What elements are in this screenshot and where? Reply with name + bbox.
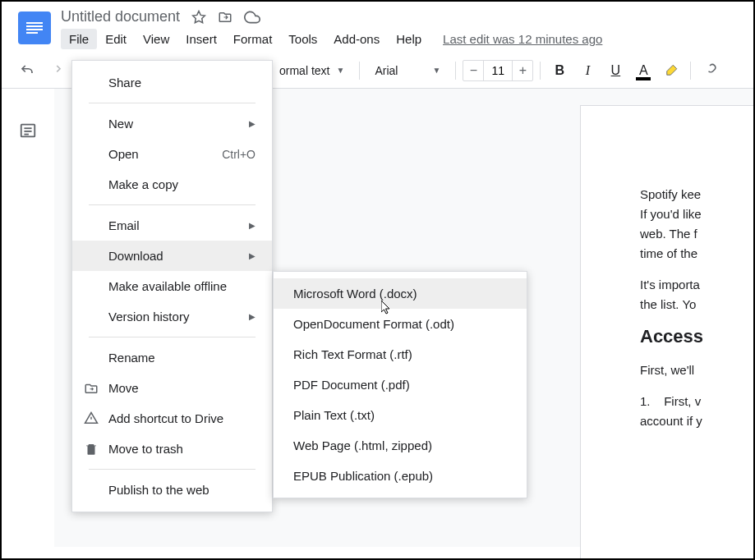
move-folder-icon[interactable] [218, 10, 232, 25]
menu-addons[interactable]: Add-ons [325, 29, 388, 49]
move-icon [84, 381, 99, 396]
outline-icon[interactable] [19, 122, 37, 547]
download-odt[interactable]: OpenDocument Format (.odt) [274, 309, 527, 339]
paragraph: Spotify keeIf you'd likeweb. The ftime o… [640, 185, 755, 264]
menubar: File Edit View Insert Format Tools Add-o… [61, 27, 753, 49]
download-rtf[interactable]: Rich Text Format (.rtf) [274, 339, 527, 370]
highlight-button[interactable] [659, 58, 684, 83]
menu-tools[interactable]: Tools [280, 29, 325, 49]
star-icon[interactable] [191, 10, 206, 25]
menu-move[interactable]: Move [72, 373, 272, 403]
toolbar-separator [359, 62, 360, 80]
page[interactable]: Spotify keeIf you'd likeweb. The ftime o… [580, 105, 755, 560]
submenu-caret-icon: ▶ [249, 119, 256, 128]
font-size-decrease[interactable]: − [463, 61, 483, 80]
menu-email[interactable]: Email▶ [72, 210, 272, 241]
shortcut-label: Ctrl+O [222, 148, 256, 161]
download-submenu: Microsoft Word (.docx) OpenDocument Form… [273, 271, 527, 498]
menu-new[interactable]: New▶ [72, 108, 272, 139]
toolbar-separator [540, 62, 541, 80]
menu-format[interactable]: Format [225, 29, 281, 49]
header: Untitled document File Edit View Insert … [2, 2, 753, 49]
toolbar-separator [455, 62, 456, 80]
submenu-caret-icon: ▶ [249, 312, 256, 321]
docs-logo[interactable] [18, 11, 51, 44]
menu-view[interactable]: View [135, 29, 177, 49]
submenu-caret-icon: ▶ [249, 251, 256, 260]
menu-divider [89, 337, 256, 337]
insert-link-button[interactable] [697, 58, 722, 83]
menu-insert[interactable]: Insert [177, 29, 225, 49]
font-family-label: Arial [375, 64, 398, 77]
underline-button[interactable]: U [603, 58, 628, 83]
menu-publish-web[interactable]: Publish to the web [72, 475, 272, 505]
download-pdf[interactable]: PDF Document (.pdf) [274, 370, 527, 400]
italic-button[interactable]: I [575, 58, 600, 83]
menu-open[interactable]: OpenCtrl+O [72, 139, 272, 169]
menu-rename[interactable]: Rename [72, 342, 272, 373]
bold-button[interactable]: B [547, 58, 572, 83]
drive-shortcut-icon [84, 411, 99, 426]
caret-down-icon: ▼ [336, 66, 344, 75]
font-size-control: − 11 + [463, 60, 533, 81]
submenu-caret-icon: ▶ [249, 221, 256, 230]
download-docx[interactable]: Microsoft Word (.docx) [274, 278, 527, 309]
font-size-value[interactable]: 11 [483, 61, 513, 80]
undo-button[interactable] [15, 58, 39, 83]
menu-make-copy[interactable]: Make a copy [72, 169, 272, 200]
menu-version-history[interactable]: Version history▶ [72, 301, 272, 332]
font-family-select[interactable]: Arial ▼ [366, 64, 449, 77]
menu-divider [89, 469, 256, 470]
document-title[interactable]: Untitled document [61, 8, 180, 25]
download-html[interactable]: Web Page (.html, zipped) [274, 430, 527, 461]
outline-pane [2, 89, 54, 547]
toolbar-separator [690, 62, 691, 80]
paragraph-style-label: ormal text [279, 64, 329, 77]
caret-down-icon: ▼ [432, 66, 440, 75]
paragraph: 1. First, vaccount if y [640, 392, 755, 431]
last-edit-link[interactable]: Last edit was 12 minutes ago [443, 32, 602, 46]
cloud-status-icon[interactable] [244, 9, 260, 25]
menu-add-shortcut[interactable]: Add shortcut to Drive [72, 403, 272, 434]
download-epub[interactable]: EPUB Publication (.epub) [274, 461, 527, 491]
menu-divider [89, 204, 256, 205]
paragraph: First, we'll [640, 360, 755, 380]
menu-help[interactable]: Help [388, 29, 430, 49]
menu-move-trash[interactable]: Move to trash [72, 434, 272, 464]
file-menu-dropdown: Share New▶ OpenCtrl+O Make a copy Email▶… [71, 60, 273, 512]
svg-marker-0 [193, 11, 205, 22]
heading: Access [640, 326, 755, 347]
redo-button[interactable] [43, 58, 67, 83]
menu-make-offline[interactable]: Make available offline [72, 271, 272, 301]
paragraph-style-select[interactable]: ormal text ▼ [271, 64, 352, 77]
font-size-increase[interactable]: + [513, 61, 532, 80]
trash-icon [84, 442, 99, 457]
menu-download[interactable]: Download▶ [72, 241, 272, 271]
text-color-button[interactable]: A [631, 58, 656, 83]
menu-share[interactable]: Share [72, 67, 272, 98]
menu-divider [89, 103, 256, 103]
paragraph: It's importathe list. Yo [640, 275, 755, 314]
download-txt[interactable]: Plain Text (.txt) [274, 400, 527, 430]
menu-file[interactable]: File [61, 29, 97, 49]
menu-edit[interactable]: Edit [97, 29, 135, 49]
